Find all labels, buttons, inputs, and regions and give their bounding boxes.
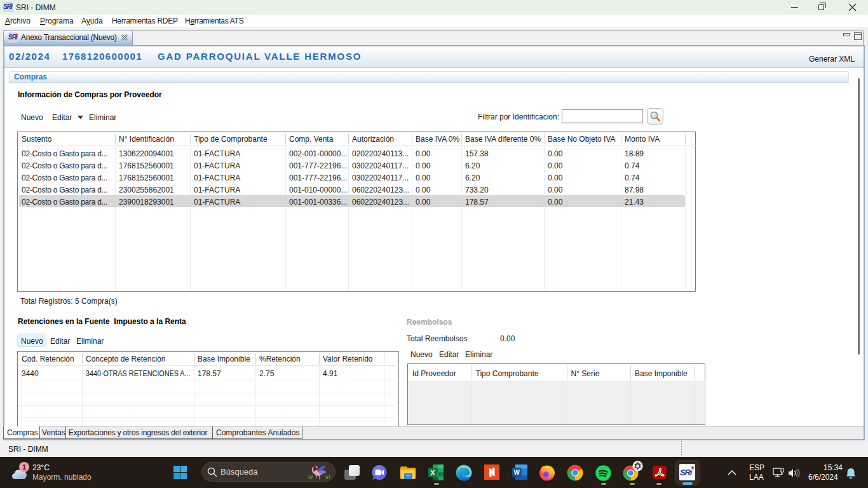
svg-text:W: W	[513, 469, 520, 476]
svg-text:X: X	[430, 469, 435, 477]
svg-text:1: 1	[22, 463, 26, 471]
